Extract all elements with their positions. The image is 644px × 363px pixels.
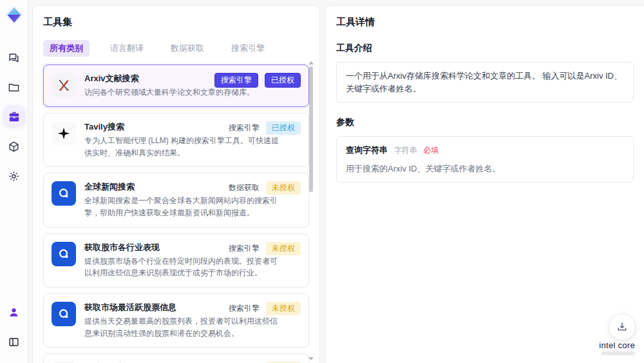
tool-card-sector-performance[interactable]: 获取股市各行业表现 提供股票市场各个行业在特定时间段内的表现。投资者可以利用这些… (43, 233, 309, 288)
toolbox-icon[interactable] (5, 107, 24, 126)
scrollbar-thumb[interactable] (309, 66, 313, 192)
chat-icon[interactable] (5, 48, 24, 67)
params-heading: 参数 (336, 117, 634, 128)
auth-status-badge: 已授权 (266, 121, 301, 135)
tool-description: 提供当天交易量最高的股票列表，投资者可以利用这些信息来识别流动性强的股票和潜在的… (84, 315, 281, 339)
intro-heading: 工具介绍 (336, 43, 634, 54)
sidebar (0, 0, 28, 363)
tab-search-engine[interactable]: 搜索引擎 (225, 40, 271, 57)
app-window: 工具集 所有类别 语言翻译 数据获取 搜索引擎 Arxiv文献搜索 访问 (0, 0, 644, 363)
vertical-scrollbar[interactable] (308, 61, 314, 360)
category-label: 搜索引擎 (229, 243, 260, 254)
tool-description: 访问各个研究领域大量科学论文和文章的存储库。 (84, 86, 281, 99)
scroll-up-arrow[interactable] (308, 61, 314, 64)
tool-card-tavily[interactable]: Tavily搜索 专为人工智能代理 (LLM) 构建的搜索引擎工具。可快速提供实… (43, 113, 309, 167)
param-required-badge: 必填 (423, 146, 439, 155)
brand-watermark (601, 351, 635, 355)
intro-box: 一个用于从Arxiv存储库搜索科学论文和文章的工具。 输入可以是Arxiv ID… (336, 62, 634, 103)
download-button[interactable] (609, 313, 636, 340)
tab-data-fetch[interactable]: 数据获取 (164, 40, 211, 57)
panel-toggle-icon[interactable] (5, 332, 24, 351)
arxiv-logo-icon (52, 73, 76, 97)
tool-card-global-news[interactable]: 全球新闻搜索 全球新闻搜索是一个聚合全球各大新闻网站内容的搜索引擎，帮助用户快速… (43, 173, 309, 227)
tool-description: 全球新闻搜索是一个聚合全球各大新闻网站内容的搜索引擎，帮助用户快速获取全球最新资… (84, 195, 281, 219)
param-type: 字符串 (394, 146, 417, 155)
auth-status-badge: 未授权 (266, 302, 301, 315)
news-search-icon (52, 242, 76, 266)
param-box: 查询字符串 字符串 必填 用于搜索的Arxiv ID、关键字或作者姓名。 (336, 136, 634, 182)
tool-description: 专为人工智能代理 (LLM) 构建的搜索引擎工具。可快速提供实时、准确和真实的结… (84, 135, 281, 159)
scroll-down-arrow[interactable] (308, 357, 314, 360)
intel-core-text: intel core (599, 340, 635, 350)
category-label: 搜索引擎 (229, 303, 260, 314)
tool-card-active-stocks[interactable]: 获取市场最活跃股票信息 提供当天交易量最高的股票列表，投资者可以利用这些信息来识… (43, 293, 309, 348)
tab-language-translation[interactable]: 语言翻译 (104, 40, 150, 57)
param-description: 用于搜索的Arxiv ID、关键字或作者姓名。 (346, 162, 624, 175)
user-avatar-icon[interactable] (5, 302, 24, 322)
tool-detail-panel: 工具详情 工具介绍 一个用于从Arxiv存储库搜索科学论文和文章的工具。 输入可… (325, 5, 644, 363)
news-search-icon (52, 302, 76, 326)
intel-core-logo: intel core (599, 340, 635, 355)
tool-card-regional-news[interactable]: 万维地区新闻查询 查询具体行政区划内的新闻，快速了解各地新闻动 搜索引擎 未授权 (43, 353, 309, 363)
tavily-star-icon (52, 121, 76, 146)
auth-status-badge: 已授权 (265, 73, 301, 88)
tool-card-arxiv[interactable]: Arxiv文献搜索 访问各个研究领域大量科学论文和文章的存储库。 搜索引擎 已授… (43, 64, 309, 107)
news-search-icon (52, 181, 76, 206)
settings-gear-icon[interactable] (5, 166, 24, 186)
category-tabs: 所有类别 语言翻译 数据获取 搜索引擎 (43, 40, 309, 57)
tool-description: 提供股票市场各个行业在特定时间段内的表现。投资者可以利用这些信息来识别表现优于或… (84, 255, 281, 279)
param-name: 查询字符串 (346, 145, 388, 155)
category-label: 搜索引擎 (229, 123, 260, 133)
app-logo (5, 5, 24, 25)
category-label: 数据获取 (229, 182, 260, 193)
tool-list: Arxiv文献搜索 访问各个研究领域大量科学论文和文章的存储库。 搜索引擎 已授… (43, 64, 309, 363)
category-badge: 搜索引擎 (214, 73, 258, 88)
package-icon[interactable] (5, 137, 24, 156)
tool-list-panel: 工具集 所有类别 语言翻译 数据获取 搜索引擎 Arxiv文献搜索 访问 (32, 5, 320, 363)
auth-status-badge: 未授权 (266, 181, 301, 195)
intro-text: 一个用于从Arxiv存储库搜索科学论文和文章的工具。 输入可以是Arxiv ID… (346, 71, 622, 93)
page-title: 工具集 (43, 16, 309, 28)
detail-title: 工具详情 (336, 16, 634, 28)
auth-status-badge: 未授权 (266, 242, 301, 255)
folder-icon[interactable] (5, 77, 24, 97)
tab-all-categories[interactable]: 所有类别 (43, 40, 90, 57)
